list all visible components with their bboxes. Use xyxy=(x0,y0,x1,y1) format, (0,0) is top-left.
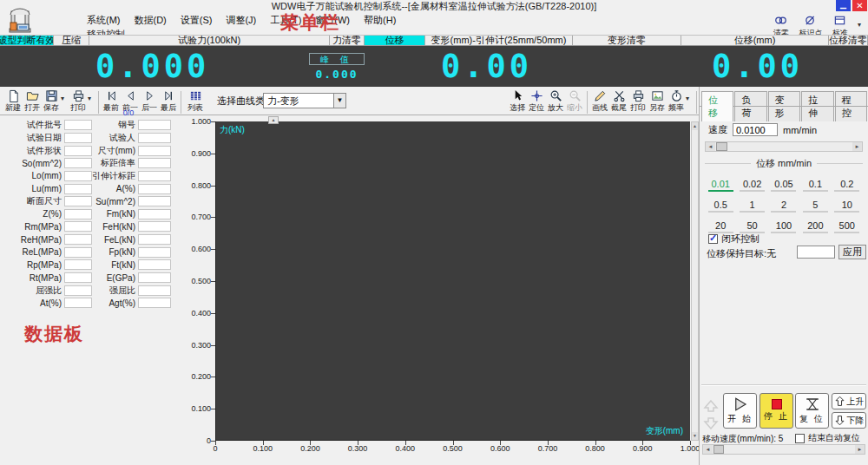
print-curve-button[interactable]: 打印 xyxy=(628,89,648,114)
scroll-down-arrow[interactable]: ▼ xyxy=(692,432,698,440)
field-input[interactable] xyxy=(64,272,92,283)
field-input[interactable] xyxy=(138,272,171,283)
speed-preset-button[interactable]: 20 xyxy=(708,220,733,233)
status-segment[interactable]: 力清零 xyxy=(330,36,365,45)
save-button[interactable]: 保存 xyxy=(42,89,61,114)
apply-button[interactable]: 应用 xyxy=(838,245,866,259)
speed-preset-button[interactable]: 0.02 xyxy=(740,179,765,192)
field-input[interactable] xyxy=(138,209,171,219)
last-record-button[interactable]: 最后 xyxy=(159,89,178,114)
speed-preset-button[interactable]: 1 xyxy=(740,200,765,213)
field-input[interactable] xyxy=(64,171,92,181)
menu-item[interactable]: 数据(D) xyxy=(135,14,167,27)
field-input[interactable] xyxy=(64,259,92,270)
stop-button[interactable]: 停 止 xyxy=(760,393,793,429)
tab-位移[interactable]: 位移 xyxy=(701,91,733,121)
frequency-button[interactable]: 频率 xyxy=(667,89,686,114)
trim-button[interactable]: 截尾 xyxy=(609,89,628,114)
new-button[interactable]: 新建 xyxy=(3,89,23,114)
start-button[interactable]: 开 始 xyxy=(723,393,757,429)
field-input[interactable] xyxy=(138,259,171,270)
status-segment[interactable]: 试验力(100kN) xyxy=(89,36,330,45)
status-segment[interactable]: 位移(mm) xyxy=(681,36,829,45)
field-input[interactable] xyxy=(138,234,171,245)
status-segment[interactable]: 破型判断有效 xyxy=(0,36,54,45)
field-input[interactable] xyxy=(64,247,92,258)
field-input[interactable] xyxy=(64,221,92,232)
scroll-right-arrow[interactable]: ► xyxy=(852,142,862,151)
zoom-out-button[interactable]: 缩小 xyxy=(565,89,584,114)
field-input[interactable] xyxy=(138,158,171,168)
close-button[interactable]: ✕ xyxy=(852,0,867,11)
up-button[interactable]: 上升 xyxy=(832,393,866,409)
speed-preset-button[interactable]: 0.5 xyxy=(708,200,733,213)
speed-preset-button[interactable]: 5 xyxy=(803,200,828,213)
list-button[interactable]: 列表 xyxy=(184,89,207,114)
menu-item[interactable]: 窗口(W) xyxy=(315,14,350,27)
slider-right-arrow[interactable]: ► xyxy=(855,445,865,454)
speed-scrollbar[interactable]: ◄ ► xyxy=(705,141,863,152)
field-input[interactable] xyxy=(138,120,171,130)
scroll-left-arrow[interactable]: ◄ xyxy=(706,142,715,151)
save-image-button[interactable]: 另存 xyxy=(648,89,667,114)
speed-preset-button[interactable]: 500 xyxy=(834,220,859,233)
field-input[interactable] xyxy=(64,234,92,245)
move-speed-slider[interactable]: ◄ ► xyxy=(702,444,865,455)
field-input[interactable] xyxy=(64,133,92,143)
field-input[interactable] xyxy=(64,120,92,130)
speed-preset-button[interactable]: 0.01 xyxy=(708,179,733,192)
field-input[interactable] xyxy=(138,298,171,308)
down-button[interactable]: 下降 xyxy=(832,412,866,429)
tools-dropdown-arrow[interactable]: ▾ xyxy=(858,21,861,29)
slider-left-arrow[interactable]: ◄ xyxy=(703,445,713,454)
curve-type-select[interactable]: 力-变形 ▼ xyxy=(263,93,346,108)
field-input[interactable] xyxy=(64,158,92,168)
open-button[interactable]: 打开 xyxy=(23,89,42,114)
field-input[interactable] xyxy=(64,298,92,308)
field-input[interactable] xyxy=(138,184,171,194)
slider-thumb[interactable] xyxy=(713,445,724,454)
print-dropdown-arrow[interactable]: ▾ xyxy=(88,89,95,114)
field-input[interactable] xyxy=(138,171,171,181)
field-input[interactable] xyxy=(138,221,171,232)
speed-preset-button[interactable]: 0.05 xyxy=(771,179,796,192)
field-input[interactable] xyxy=(138,133,171,143)
scrollbar-thumb[interactable] xyxy=(716,142,727,151)
field-input[interactable] xyxy=(138,196,171,206)
speed-preset-button[interactable]: 0.1 xyxy=(803,179,828,192)
menu-item[interactable]: 帮助(H) xyxy=(364,14,396,27)
speed-preset-button[interactable]: 50 xyxy=(740,220,765,233)
auto-reset-checkbox[interactable] xyxy=(795,434,805,443)
speed-input[interactable] xyxy=(733,123,778,136)
hold-target-input[interactable] xyxy=(797,246,835,259)
menu-item[interactable]: 设置(S) xyxy=(181,14,213,27)
field-input[interactable] xyxy=(138,285,171,296)
minimize-button[interactable]: ▁ xyxy=(836,0,851,11)
draw-line-button[interactable]: 画线 xyxy=(590,89,609,114)
speed-preset-button[interactable]: 0.2 xyxy=(834,179,859,192)
plot-scroll-up-button[interactable]: ▲ xyxy=(268,116,279,124)
speed-preset-button[interactable]: 2 xyxy=(771,200,796,213)
reset-button[interactable]: 复 位 xyxy=(795,393,829,429)
speed-preset-button[interactable]: 100 xyxy=(771,220,796,233)
speed-preset-button[interactable]: 10 xyxy=(834,200,859,213)
menu-item[interactable]: 工具(T) xyxy=(270,14,301,27)
menu-item[interactable]: 调整(J) xyxy=(226,14,256,27)
curve-plot-area[interactable]: 力(kN) 变形(mm) xyxy=(215,121,690,441)
combo-dropdown-arrow[interactable]: ▼ xyxy=(333,94,345,108)
field-input[interactable] xyxy=(64,184,92,194)
scroll-up-arrow[interactable]: ▲ xyxy=(692,122,698,130)
status-segment[interactable]: 位移清零 xyxy=(829,36,868,45)
status-segment[interactable]: 位移 xyxy=(365,36,425,45)
status-segment[interactable]: 压缩 xyxy=(54,36,89,45)
field-input[interactable] xyxy=(138,247,171,258)
select-tool-button[interactable]: 选择 xyxy=(508,89,527,114)
print-button[interactable]: 打印 xyxy=(69,89,88,114)
save-dropdown-arrow[interactable]: ▾ xyxy=(61,89,69,114)
closed-loop-checkbox[interactable] xyxy=(708,234,718,244)
field-input[interactable] xyxy=(64,209,92,219)
field-input[interactable] xyxy=(138,146,171,156)
field-input[interactable] xyxy=(64,285,92,296)
status-segment[interactable]: 变形清零 xyxy=(573,36,681,45)
status-segment[interactable]: 变形(mm)-引伸计(25mm/50mm) xyxy=(425,36,573,45)
